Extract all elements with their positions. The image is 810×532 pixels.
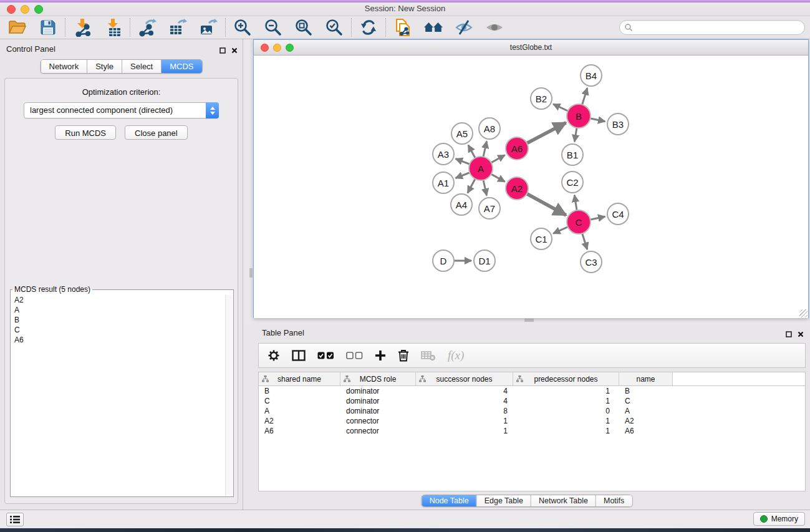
graph-node-A3[interactable]: A3 <box>432 143 455 165</box>
tab-network-table[interactable]: Network Table <box>531 495 595 506</box>
table-cell: A6 <box>259 426 340 436</box>
column-header-name[interactable]: name <box>619 372 673 385</box>
table-cell: dominator <box>340 386 416 396</box>
graph-node-A1[interactable]: A1 <box>432 172 455 194</box>
hide-selected-icon[interactable] <box>454 17 474 37</box>
refresh-view-icon[interactable] <box>359 17 378 37</box>
graph-node-A2[interactable]: A2 <box>505 177 529 200</box>
graph-node-C3[interactable]: C3 <box>580 251 602 273</box>
graph-node-D1[interactable]: D1 <box>473 249 496 272</box>
search-input[interactable] <box>635 21 799 34</box>
network-window-titlebar[interactable]: testGlobe.txt <box>254 40 808 56</box>
graph-node-B3[interactable]: B3 <box>607 113 629 135</box>
graph-node-C[interactable]: C <box>566 210 591 235</box>
graph-node-B4[interactable]: B4 <box>580 64 602 87</box>
network-canvas[interactable]: B4B2BB3A8A5A6A3B1AC2A1A2A4A7C4CC1C3DD1 <box>254 56 808 318</box>
close-panel-button[interactable]: Close panel <box>125 125 188 140</box>
criterion-select[interactable]: largest connected component (directed) <box>24 102 219 118</box>
close-window-button[interactable] <box>7 5 16 14</box>
zoom-out-icon[interactable] <box>263 17 283 37</box>
graph-node-A7[interactable]: A7 <box>478 197 501 220</box>
result-scrollbar[interactable] <box>225 295 233 495</box>
graph-node-C2[interactable]: C2 <box>561 171 584 193</box>
close-table-panel-icon[interactable] <box>798 329 804 340</box>
tab-mcds[interactable]: MCDS <box>161 60 201 73</box>
column-header-successor-nodes[interactable]: successor nodes <box>416 372 513 385</box>
table-row[interactable]: Cdominator41C <box>259 396 805 406</box>
delete-rows-icon[interactable] <box>398 349 409 362</box>
table-row[interactable]: Adominator80A <box>259 406 805 416</box>
graph-node-B[interactable]: B <box>566 104 591 128</box>
show-hidden-icon[interactable] <box>485 17 504 37</box>
column-type-icon <box>516 375 523 382</box>
mcds-result-item[interactable]: A <box>11 305 225 315</box>
task-history-button[interactable] <box>6 513 24 526</box>
zoom-selected-icon[interactable] <box>324 17 344 37</box>
tab-network[interactable]: Network <box>41 60 87 73</box>
graph-node-A5[interactable]: A5 <box>451 122 473 145</box>
node-table[interactable]: shared nameMCDS rolesuccessor nodesprede… <box>258 372 806 491</box>
graph-node-A6[interactable]: A6 <box>505 137 529 160</box>
select-columns-icon[interactable] <box>292 350 306 361</box>
zoom-in-icon[interactable] <box>233 17 253 37</box>
deselect-all-rows-icon[interactable] <box>346 352 363 359</box>
table-panel-title: Table Panel <box>262 328 304 337</box>
mcds-result-item[interactable]: A6 <box>11 335 225 345</box>
table-row[interactable]: A2connector11A2 <box>259 416 805 426</box>
close-panel-icon[interactable] <box>231 45 238 56</box>
table-row[interactable]: A6connector11A6 <box>259 426 805 436</box>
tab-node-table[interactable]: Node Table <box>422 495 476 506</box>
table-row[interactable]: Bdominator41B <box>259 386 805 396</box>
graph-node-B2[interactable]: B2 <box>530 87 552 110</box>
graph-node-C1[interactable]: C1 <box>530 228 552 250</box>
float-table-panel-icon[interactable] <box>786 329 792 340</box>
minimize-window-button[interactable] <box>21 5 29 14</box>
maximize-window-button[interactable] <box>34 5 43 14</box>
tab-style[interactable]: Style <box>87 60 122 73</box>
mcds-result-item[interactable]: B <box>11 315 225 325</box>
add-row-icon[interactable] <box>375 350 386 361</box>
desktop-vertical-scroll-nub[interactable] <box>249 268 253 278</box>
toolbar-separator <box>385 18 386 37</box>
column-header-mcds-role[interactable]: MCDS role <box>340 372 416 385</box>
toolbar-separator <box>351 18 352 37</box>
memory-button[interactable]: Memory <box>753 512 805 526</box>
memory-label: Memory <box>771 515 798 523</box>
mcds-result-item[interactable]: C <box>11 325 225 335</box>
tab-select[interactable]: Select <box>122 60 161 73</box>
graph-node-A4[interactable]: A4 <box>450 193 473 216</box>
tab-edge-table[interactable]: Edge Table <box>476 495 531 506</box>
table-settings-icon[interactable] <box>268 349 280 362</box>
select-all-rows-icon[interactable] <box>317 352 334 359</box>
export-network-icon[interactable] <box>137 17 157 37</box>
run-mcds-button[interactable]: Run MCDS <box>55 125 116 140</box>
create-network-from-file-icon[interactable] <box>393 17 413 37</box>
graph-node-C4[interactable]: C4 <box>607 203 629 225</box>
toolbar-separator <box>65 18 65 37</box>
import-network-icon[interactable] <box>72 17 92 37</box>
network-window: testGlobe.txt B4B2BB3A8A5A6A3B1AC2A1A2A4… <box>253 39 809 318</box>
import-table-icon[interactable] <box>103 17 123 37</box>
graph-node-D[interactable]: D <box>432 249 455 272</box>
zoom-fit-icon[interactable] <box>294 17 314 37</box>
desktop-horizontal-scroll-nub[interactable] <box>524 319 534 322</box>
save-session-icon[interactable] <box>38 17 58 37</box>
column-header-predecessor-nodes[interactable]: predecessor nodes <box>513 372 619 385</box>
float-panel-icon[interactable] <box>219 45 226 56</box>
open-session-icon[interactable] <box>7 17 27 37</box>
graph-node-A8[interactable]: A8 <box>478 117 501 140</box>
table-cell: 4 <box>416 386 513 396</box>
tab-motifs[interactable]: Motifs <box>595 495 632 506</box>
table-cell: 8 <box>416 406 513 416</box>
export-table-icon[interactable] <box>168 17 188 37</box>
show-all-icon[interactable] <box>423 17 443 37</box>
column-header-shared-name[interactable]: shared name <box>259 372 340 385</box>
mcds-result-item[interactable]: A2 <box>11 295 225 305</box>
graph-node-B1[interactable]: B1 <box>561 143 584 166</box>
table-cell: 4 <box>416 396 513 406</box>
search-field[interactable] <box>619 20 805 35</box>
desktop-wallpaper-strip <box>0 528 810 532</box>
graph-node-A[interactable]: A <box>468 156 493 181</box>
export-image-icon[interactable] <box>198 17 218 37</box>
resize-grip-icon[interactable] <box>799 309 808 317</box>
